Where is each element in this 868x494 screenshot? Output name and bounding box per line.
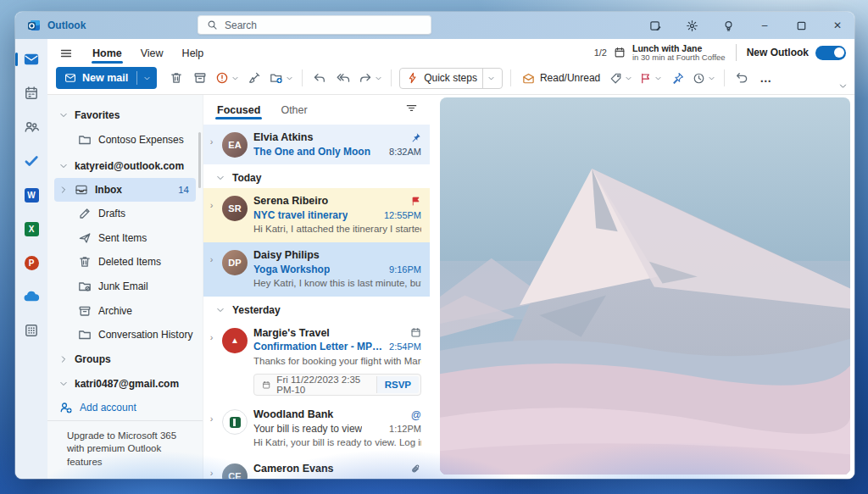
agenda-calendar-icon[interactable] (614, 47, 626, 58)
tab-other[interactable]: Other (279, 99, 309, 121)
hamburger-menu-icon[interactable] (56, 44, 76, 63)
folder-inbox[interactable]: Inbox 14 (54, 178, 196, 202)
email-row-margies-travel[interactable]: › ▲ Margie's Travel Confirmation Letter … (203, 320, 430, 402)
junk-folder-icon (78, 280, 92, 293)
reply-all-button[interactable] (332, 67, 354, 89)
event-rsvp-card[interactable]: Fri 11/22/2023 2:35 PM-10 RSVP (253, 374, 421, 396)
groups-section[interactable]: Groups (47, 347, 203, 372)
chevron-down-icon[interactable] (59, 380, 68, 388)
email-row-serena-ribeiro[interactable]: › SR Serena Ribeiro NYC travel itinerary (203, 188, 430, 242)
chevron-down-icon[interactable] (59, 162, 68, 170)
delete-button[interactable] (165, 67, 187, 89)
chevron-down-icon[interactable] (59, 111, 68, 119)
new-mail-dropdown[interactable] (137, 75, 157, 82)
folder-contoso-expenses[interactable]: Contoso Expenses (47, 128, 203, 153)
folder-sent-items[interactable]: Sent Items (47, 225, 203, 250)
flag-button[interactable] (637, 67, 665, 89)
folder-drafts[interactable]: Drafts (47, 202, 203, 226)
chevron-down-icon[interactable] (375, 75, 382, 82)
expand-chevron-icon[interactable]: › (207, 408, 216, 450)
margies-travel-logo[interactable]: ▲ (222, 328, 248, 353)
rail-powerpoint-icon[interactable]: P (21, 253, 42, 273)
email-row-cameron-evans[interactable]: › CE Cameron Evans Thanks for joining ou… (203, 456, 430, 479)
undo-button[interactable] (731, 67, 753, 89)
folder-deleted-items[interactable]: Deleted Items (47, 250, 203, 275)
folder-junk-email[interactable]: Junk Email (47, 275, 203, 299)
new-mail-button[interactable]: New mail (56, 67, 157, 89)
new-outlook-toggle[interactable] (815, 46, 846, 60)
filter-icon[interactable] (405, 102, 418, 118)
chevron-right-icon[interactable] (59, 186, 68, 194)
archive-button[interactable] (189, 67, 211, 89)
rail-mail-icon[interactable] (21, 49, 42, 69)
tab-view[interactable]: View (131, 44, 173, 63)
email-row-woodland-bank[interactable]: › Woodland Bank @ Your bill is ready to … (203, 402, 430, 456)
expand-chevron-icon[interactable]: › (207, 462, 216, 479)
avatar[interactable]: SR (222, 196, 248, 221)
close-button[interactable]: ✕ (831, 19, 844, 32)
ribbon-collapse-chevron-icon[interactable] (838, 79, 848, 94)
avatar[interactable]: DP (222, 250, 248, 275)
pin-icon[interactable] (410, 132, 421, 143)
chevron-down-icon[interactable] (231, 75, 239, 82)
rail-excel-icon[interactable]: X (21, 219, 42, 239)
avatar[interactable]: CE (222, 463, 248, 479)
tab-focused[interactable]: Focused (215, 99, 262, 121)
rail-calendar-icon[interactable] (21, 83, 42, 103)
chevron-down-icon[interactable] (708, 75, 715, 82)
email-sender: Cameron Evans (253, 462, 333, 476)
tips-lightbulb-icon[interactable] (721, 19, 735, 32)
reply-button[interactable] (309, 67, 331, 89)
feedback-icon[interactable] (648, 19, 662, 32)
pin-button[interactable] (666, 67, 688, 89)
rail-onedrive-icon[interactable] (21, 286, 42, 307)
chevron-right-icon[interactable] (59, 355, 68, 364)
sweep-button[interactable] (243, 67, 265, 89)
chevron-down-icon[interactable] (654, 75, 662, 82)
quick-steps-button[interactable]: Quick steps (399, 68, 503, 89)
rail-todo-icon[interactable] (21, 151, 42, 171)
avatar[interactable]: EA (222, 132, 248, 158)
agenda-peek[interactable]: Lunch with Jane in 30 min at Fourth Coff… (632, 43, 726, 63)
tab-help[interactable]: Help (173, 44, 214, 63)
add-account-button[interactable]: Add account (47, 396, 203, 420)
report-button[interactable] (213, 67, 242, 89)
expand-chevron-icon[interactable]: › (207, 248, 216, 291)
search-input[interactable]: Search (198, 15, 431, 35)
chevron-down-icon[interactable] (625, 75, 632, 82)
settings-gear-icon[interactable] (685, 19, 698, 32)
folder-pane-scrollbar[interactable] (198, 132, 201, 188)
account-katri0487[interactable]: katri0487@gmail.com (47, 371, 203, 396)
rsvp-button[interactable]: RSVP (376, 376, 419, 393)
upgrade-banner[interactable]: Upgrade to Microsoft 365 with premium Ou… (47, 420, 203, 479)
snooze-button[interactable] (690, 67, 718, 89)
quick-steps-dropdown[interactable] (482, 69, 499, 88)
folder-conversation-history[interactable]: Conversation History (47, 323, 203, 347)
minimize-button[interactable]: – (758, 19, 771, 32)
section-header-yesterday[interactable]: Yesterday (203, 297, 430, 320)
account-katyreid[interactable]: katyreid@outlook.com (47, 153, 203, 178)
move-to-button[interactable] (267, 67, 296, 89)
email-row-daisy-philips[interactable]: › DP Daisy Philips Yoga Workshop 9:16PM … (203, 242, 430, 297)
section-header-today[interactable]: Today (203, 164, 430, 188)
event-calendar-icon[interactable] (410, 327, 421, 338)
more-options-button[interactable]: … (754, 67, 776, 89)
expand-chevron-icon[interactable]: › (207, 326, 216, 397)
maximize-button[interactable] (794, 19, 808, 32)
favorites-group[interactable]: Favorites (47, 103, 203, 128)
expand-chevron-icon[interactable]: › (207, 130, 216, 158)
rail-more-apps-icon[interactable] (21, 320, 42, 341)
flag-icon[interactable] (410, 196, 421, 207)
woodland-bank-logo[interactable] (222, 409, 248, 435)
expand-chevron-icon[interactable]: › (207, 194, 216, 236)
email-row-elvia-atkins[interactable]: › EA Elvia Atkins The One and Only Moon (203, 125, 430, 164)
rail-people-icon[interactable] (21, 117, 42, 137)
forward-button[interactable] (356, 67, 385, 89)
rail-word-icon[interactable]: W (21, 185, 42, 205)
folder-archive[interactable]: Archive (47, 298, 203, 323)
sent-plane-icon (78, 231, 92, 245)
chevron-down-icon[interactable] (286, 75, 293, 82)
tab-home[interactable]: Home (83, 44, 131, 63)
read-unread-button[interactable]: Read/Unread (517, 67, 605, 89)
categorize-button[interactable] (607, 67, 635, 89)
